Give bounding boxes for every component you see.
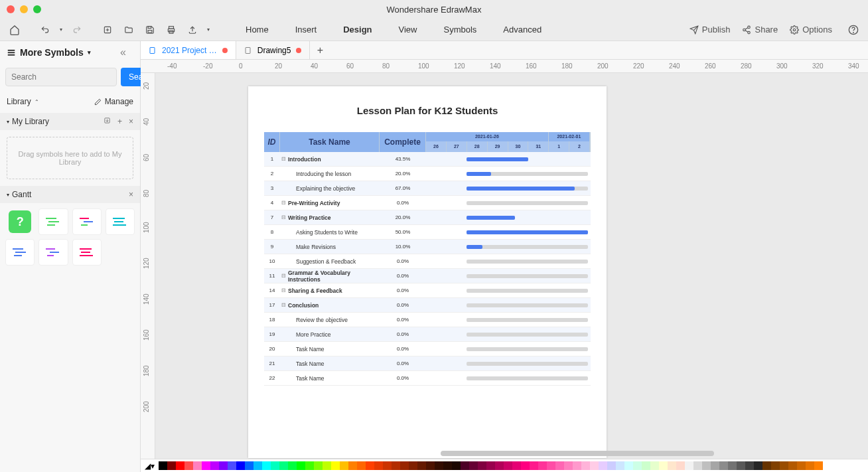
color-swatch[interactable] — [564, 461, 573, 470]
share-button[interactable]: Share — [742, 25, 778, 35]
options-button[interactable]: Options — [790, 25, 832, 35]
import-icon[interactable] — [104, 117, 111, 126]
gantt-shape-3[interactable] — [106, 208, 135, 235]
export-button[interactable] — [183, 21, 202, 39]
color-swatch[interactable] — [443, 461, 452, 470]
color-swatch[interactable] — [340, 461, 348, 470]
color-swatch[interactable] — [297, 461, 305, 470]
color-swatch[interactable] — [624, 461, 633, 470]
table-row[interactable]: 1⊟Introduction43.5% — [264, 152, 591, 167]
color-swatch[interactable] — [357, 461, 366, 470]
print-button[interactable] — [162, 21, 181, 39]
color-swatch[interactable] — [236, 461, 245, 470]
color-swatch[interactable] — [400, 461, 409, 470]
menu-view[interactable]: View — [399, 25, 417, 35]
menu-home[interactable]: Home — [246, 25, 269, 35]
color-swatch[interactable] — [167, 461, 176, 470]
color-swatch[interactable] — [245, 461, 253, 470]
page[interactable]: Lesson Plan for K12 Students ID Task Nam… — [248, 86, 607, 458]
color-swatch[interactable] — [228, 461, 236, 470]
home-icon[interactable] — [5, 21, 24, 39]
table-row[interactable]: 4⊟Pre-Writing Activity0.0% — [264, 196, 591, 210]
color-swatch[interactable] — [331, 461, 340, 470]
color-swatch[interactable] — [797, 461, 806, 470]
collapse-sidebar-icon[interactable]: « — [120, 46, 133, 58]
help-icon[interactable] — [844, 21, 863, 39]
color-swatch[interactable] — [547, 461, 555, 470]
close-icon[interactable]: × — [129, 190, 133, 199]
color-swatch[interactable] — [642, 461, 650, 470]
color-swatch[interactable] — [348, 461, 357, 470]
color-swatch[interactable] — [253, 461, 262, 470]
color-swatch[interactable] — [685, 461, 693, 470]
color-swatch[interactable] — [573, 461, 581, 470]
fill-icon[interactable]: ◢▾ — [145, 461, 155, 471]
color-swatch[interactable] — [409, 461, 417, 470]
color-swatch[interactable] — [184, 461, 193, 470]
color-swatch[interactable] — [745, 461, 754, 470]
color-swatch[interactable] — [780, 461, 788, 470]
color-swatch[interactable] — [788, 461, 797, 470]
gantt-shape-4[interactable] — [5, 239, 35, 266]
table-row[interactable]: 9Make Revisions10.0% — [264, 240, 591, 254]
table-row[interactable]: 21Task Name0.0% — [264, 356, 591, 371]
mylibrary-section[interactable]: ▾ My Library + × — [0, 113, 140, 130]
color-swatch[interactable] — [461, 461, 469, 470]
redo-button[interactable] — [68, 21, 86, 39]
color-swatch[interactable] — [521, 461, 530, 470]
color-swatch[interactable] — [366, 461, 374, 470]
color-swatch[interactable] — [616, 461, 624, 470]
table-row[interactable]: 19More Practice0.0% — [264, 327, 591, 342]
color-swatch[interactable] — [279, 461, 288, 470]
color-swatch[interactable] — [417, 461, 426, 470]
save-button[interactable] — [141, 21, 159, 39]
library-toggle[interactable]: Library ⌃ — [7, 97, 39, 106]
horizontal-scrollbar[interactable] — [441, 451, 861, 457]
color-swatch[interactable] — [374, 461, 383, 470]
color-swatch[interactable] — [633, 461, 642, 470]
tab[interactable]: Drawing5 — [236, 41, 311, 59]
color-swatch[interactable] — [469, 461, 478, 470]
undo-button[interactable] — [36, 21, 54, 39]
color-swatch[interactable] — [512, 461, 521, 470]
menu-design[interactable]: Design — [343, 25, 372, 35]
export-dropdown[interactable]: ▾ — [204, 21, 212, 39]
color-swatch[interactable] — [452, 461, 461, 470]
color-swatch[interactable] — [728, 461, 737, 470]
color-swatch[interactable] — [392, 461, 400, 470]
tab[interactable]: 2021 Project … — [141, 41, 236, 59]
menu-insert[interactable]: Insert — [295, 25, 317, 35]
table-row[interactable]: 17⊟Conclusion0.0% — [264, 298, 591, 313]
color-swatch[interactable] — [314, 461, 323, 470]
table-row[interactable]: 14⊟Sharing & Feedback0.0% — [264, 283, 591, 298]
table-row[interactable]: 10Suggestion & Feedback0.0% — [264, 254, 591, 269]
color-swatch[interactable] — [555, 461, 564, 470]
color-swatch[interactable] — [219, 461, 228, 470]
color-swatch[interactable] — [719, 461, 728, 470]
color-swatch[interactable] — [504, 461, 512, 470]
add-tab-button[interactable]: + — [310, 41, 330, 59]
color-swatch[interactable] — [659, 461, 668, 470]
window-minimize-button[interactable] — [20, 5, 28, 13]
menu-advanced[interactable]: Advanced — [503, 25, 542, 35]
sidebar-title[interactable]: More Symbols ▾ — [7, 47, 115, 58]
color-swatch[interactable] — [693, 461, 702, 470]
color-swatch[interactable] — [754, 461, 762, 470]
color-swatch[interactable] — [486, 461, 495, 470]
table-row[interactable]: 18Review the objective0.0% — [264, 313, 591, 327]
table-row[interactable]: 8Asking Students to Write50.0% — [264, 225, 591, 240]
color-swatch[interactable] — [668, 461, 676, 470]
color-swatch[interactable] — [262, 461, 271, 470]
search-input[interactable] — [5, 68, 117, 86]
color-swatch[interactable] — [581, 461, 590, 470]
color-swatch[interactable] — [676, 461, 685, 470]
gantt-chart[interactable]: ID Task Name Complete 2021-01-262021-02-… — [264, 132, 591, 386]
color-swatch[interactable] — [288, 461, 297, 470]
color-swatch[interactable] — [271, 461, 279, 470]
window-zoom-button[interactable] — [33, 5, 41, 13]
color-swatch[interactable] — [702, 461, 711, 470]
window-close-button[interactable] — [7, 5, 15, 13]
table-row[interactable]: 22Task Name0.0% — [264, 371, 591, 386]
publish-button[interactable]: Publish — [689, 25, 731, 35]
color-swatch[interactable] — [202, 461, 210, 470]
